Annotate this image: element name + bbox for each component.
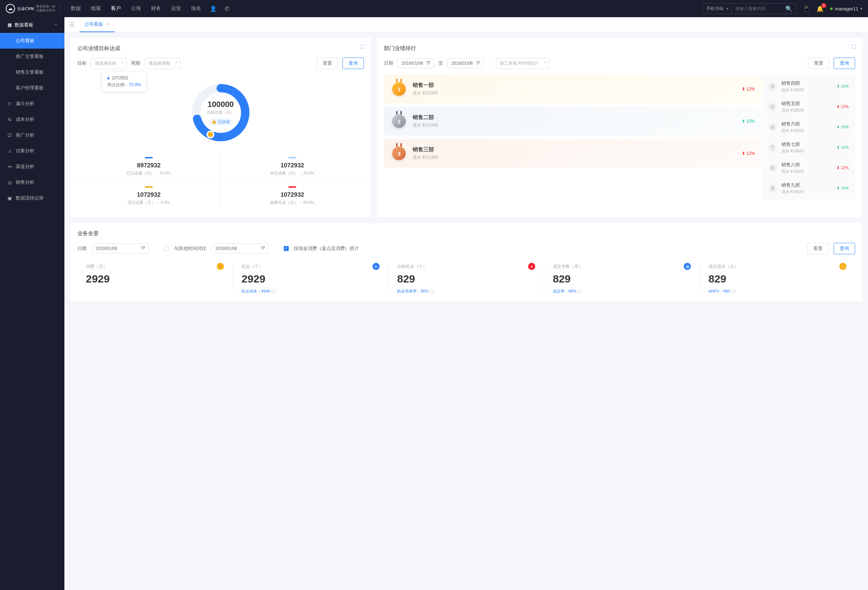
sidebar-icon: ♫ — [7, 149, 12, 154]
mobile-icon[interactable]: 📱 — [803, 5, 810, 12]
collapse-sidebar-icon[interactable]: ☰ — [68, 20, 76, 29]
username: manager11 — [835, 6, 858, 12]
reset-button[interactable]: 重置 — [807, 243, 829, 254]
dashboard-icon: ▦ — [7, 22, 12, 28]
period-label: 周期 — [131, 60, 140, 66]
cash-label: 按现金消费（返点后消费）统计 — [294, 245, 359, 252]
sidebar-group-dashboard[interactable]: ▦ 数据看板 ⌃ — [0, 17, 64, 33]
goal-achievement-card: ⛶ 公司业绩目标达成 目标 请选择目标 周期 请选择周期 重置 查询 — [70, 38, 371, 218]
nav-item-3[interactable]: 公海 — [131, 5, 141, 12]
expand-icon[interactable]: ⛶ — [852, 44, 856, 49]
nav-item-2[interactable]: 客户 — [111, 5, 121, 12]
close-icon[interactable]: ✕ — [106, 22, 109, 27]
expand-icon[interactable]: ⛶ — [360, 44, 365, 49]
sidebar-item-0[interactable]: ▽漏斗分析 — [0, 96, 64, 112]
logo-sub2: 式服务云平台 — [36, 9, 55, 13]
sidebar-item-6[interactable]: ▣数据流转记录 — [0, 190, 64, 206]
user-menu[interactable]: manager11 ▾ — [830, 6, 862, 12]
target-select[interactable]: 请选择目标 — [91, 58, 127, 69]
phone-icon[interactable]: ✆ — [225, 5, 229, 12]
chevron-up-icon: ⌃ — [55, 23, 57, 27]
search-icon[interactable]: 🔍 — [782, 5, 796, 12]
donut-total: 100000 — [207, 100, 234, 109]
sidebar-item-3[interactable]: ♫访客分析 — [0, 143, 64, 159]
top-navigation: ☁ 云朵CRM 教育机构一站 式服务云平台 数据线索客户公海财务运营报名 👤 ✆… — [0, 0, 868, 17]
rank-top-2[interactable]: 2销售二部流水 ¥10,900⬆ 10% — [384, 107, 762, 135]
status-dot — [830, 7, 833, 10]
logo-sub1: 教育机构一站 — [36, 4, 55, 9]
sidebar-icon: ⚯ — [7, 164, 12, 169]
search-box: 手机号码 🔍 — [702, 3, 796, 14]
nav-item-5[interactable]: 运营 — [171, 5, 181, 12]
reset-button[interactable]: 重置 — [808, 57, 830, 69]
cash-checkbox[interactable] — [284, 246, 289, 251]
rank-row-6[interactable]: 6销售六部流水 ¥19020⬆ 10% — [762, 117, 855, 137]
rank-row-4[interactable]: 4销售四部流水 ¥19020⬆ 10% — [762, 76, 855, 97]
goal-stat-0: 8972932已完成量（元）|70.9% — [77, 152, 221, 181]
notif-badge: 5 — [821, 3, 827, 8]
sidebar-sub-1[interactable]: 推广主管看板 — [0, 49, 64, 64]
reset-button[interactable]: 重置 — [317, 57, 338, 69]
date-from-input[interactable]: 2018/01/08 — [397, 58, 434, 68]
biz-stat-4: 成交流水（元）▭829ARPU：¥80 ? — [700, 263, 855, 294]
search-type-select[interactable]: 手机号码 — [703, 4, 732, 13]
goal-stat-2: 1072932应完成量（元）|8.9% — [77, 181, 221, 210]
nav-item-4[interactable]: 财务 — [151, 5, 161, 12]
query-button[interactable]: 查询 — [834, 57, 855, 69]
notification-icon[interactable]: 🔔5 — [816, 5, 824, 12]
sidebar: ▦ 数据看板 ⌃ 公司看板推广主管看板销售主管看板客户经理看板 ▽漏斗分析↻成本… — [0, 17, 64, 590]
biz-stat-0: 消费（元）💰2929 — [77, 263, 233, 294]
date-input-2[interactable]: 2018/01/08 — [211, 244, 269, 253]
stat-type-select[interactable]: 按工单客户经理统计 — [496, 58, 549, 69]
date-sep: 至 — [438, 60, 443, 66]
rank-row-8[interactable]: 8销售八部流水 ¥19020⬇ 12% — [762, 158, 855, 178]
card-title: 业务全景 — [77, 230, 855, 237]
help-icon[interactable]: ? — [271, 289, 276, 294]
sidebar-item-1[interactable]: ↻成本分析 — [0, 112, 64, 127]
sidebar-item-4[interactable]: ⚯渠道分析 — [0, 159, 64, 175]
donut-label: 目标总量（元） — [207, 110, 234, 115]
stat-icon: ➤ — [372, 263, 379, 270]
achieved-badge: 👍 已达成 — [208, 118, 233, 125]
chart-tooltip: 1072932 所占比例：70.9% — [102, 72, 146, 91]
svg-point-2 — [217, 85, 224, 91]
rank-top-1[interactable]: 1销售一部流水 ¥10,900⬇ 12% — [384, 75, 762, 103]
sidebar-icon: ▽ — [7, 101, 12, 107]
sidebar-icon: ▣ — [7, 196, 12, 201]
sidebar-item-5[interactable]: ◎销售分析 — [0, 175, 64, 190]
dept-ranking-card: ⛶ 部门业绩排行 日期 2018/01/08 至 2018/01/08 按工单客… — [377, 38, 862, 218]
compare-label: 与其他时间对比 — [174, 245, 207, 252]
date-label: 日期 — [384, 60, 393, 66]
query-button[interactable]: 查询 — [342, 57, 364, 69]
compare-checkbox[interactable] — [164, 246, 169, 251]
date-to-input[interactable]: 2018/01/08 — [447, 58, 484, 68]
goal-stat-1: 1072932未完成量（元）|20.9% — [221, 152, 364, 181]
logo[interactable]: ☁ 云朵CRM 教育机构一站 式服务云平台 — [6, 4, 60, 13]
nav-item-0[interactable]: 数据 — [71, 5, 81, 12]
rank-row-9[interactable]: 9销售九部流水 ¥19020⬆ 10% — [762, 178, 855, 199]
sidebar-sub-2[interactable]: 销售主管看板 — [0, 64, 64, 80]
date-input-1[interactable]: 2018/01/08 — [92, 244, 149, 253]
card-title: 公司业绩目标达成 — [77, 45, 364, 52]
chevron-down-icon: ▾ — [861, 7, 862, 10]
sidebar-icon: ↻ — [7, 117, 12, 122]
nav-item-6[interactable]: 报名 — [191, 5, 201, 12]
rank-top-3[interactable]: 3销售三部流水 ¥10,900⬇ 12% — [384, 139, 762, 168]
biz-stat-2: 有效机会（个）✦829机会有效率：80% ? — [388, 263, 544, 294]
query-button[interactable]: 查询 — [834, 243, 855, 254]
rank-row-5[interactable]: 5销售五部流水 ¥19020⬇ 12% — [762, 97, 855, 117]
user-icon[interactable]: 👤 — [210, 5, 217, 12]
help-icon[interactable]: ? — [731, 289, 736, 294]
goal-stat-3: 1072932超额完成（元）|89.9% — [221, 181, 364, 210]
nav-item-1[interactable]: 线索 — [91, 5, 101, 12]
sidebar-sub-3[interactable]: 客户经理看板 — [0, 80, 64, 96]
sidebar-item-2[interactable]: ☑推广分析 — [0, 127, 64, 143]
help-icon[interactable]: ? — [430, 289, 434, 294]
period-select[interactable]: 请选择周期 — [145, 58, 180, 69]
tab-company-dashboard[interactable]: 公司看板 ✕ — [80, 17, 115, 32]
sidebar-sub-0[interactable]: 公司看板 — [0, 33, 64, 49]
help-icon[interactable]: ? — [578, 289, 582, 294]
rank-row-7[interactable]: 7销售七部流水 ¥19020⬆ 10% — [762, 137, 855, 158]
medal-icon: 1 — [391, 81, 407, 97]
search-input[interactable] — [732, 6, 782, 11]
